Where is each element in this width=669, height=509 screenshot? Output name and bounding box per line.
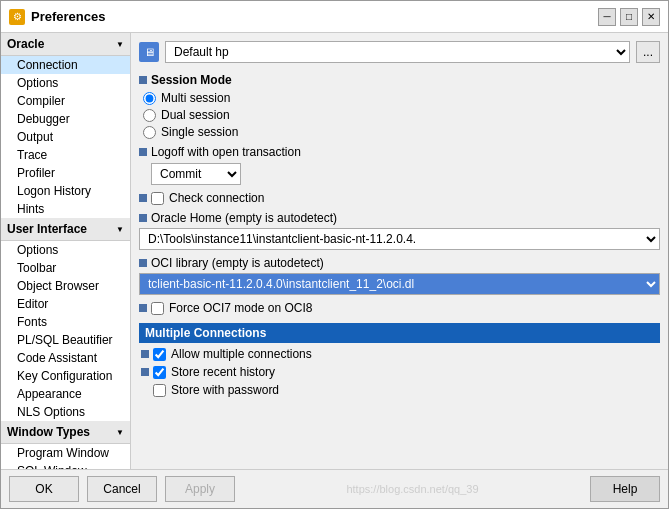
ok-button[interactable]: OK: [9, 476, 79, 502]
logoff-marker: [139, 148, 147, 156]
logoff-commit-select[interactable]: Commit Rollback Ask: [151, 163, 241, 185]
sidebar-section-window-types-arrow: ▼: [116, 428, 124, 437]
logoff-label: Logoff with open transaction: [151, 145, 301, 159]
store-history-marker: [141, 368, 149, 376]
oracle-home-select[interactable]: D:\Tools\instance11\instantclient-basic-…: [139, 228, 660, 250]
force-oci7-checkbox[interactable]: [151, 302, 164, 315]
oci-library-label: OCI library (empty is autodetect): [151, 256, 324, 270]
sidebar-item-options-ui[interactable]: Options: [1, 241, 130, 259]
minimize-button[interactable]: ─: [598, 8, 616, 26]
store-history-label[interactable]: Store recent history: [153, 365, 275, 379]
sidebar-item-debugger[interactable]: Debugger: [1, 110, 130, 128]
check-connection-checkbox[interactable]: [151, 192, 164, 205]
sidebar-section-oracle[interactable]: Oracle ▼: [1, 33, 130, 56]
sidebar-item-toolbar[interactable]: Toolbar: [1, 259, 130, 277]
store-history-text: Store recent history: [171, 365, 275, 379]
sidebar-section-ui[interactable]: User Interface ▼: [1, 218, 130, 241]
title-bar-left: ⚙ Preferences: [9, 9, 105, 25]
check-connection-text: Check connection: [169, 191, 264, 205]
help-button[interactable]: Help: [590, 476, 660, 502]
store-password-label[interactable]: Store with password: [153, 383, 279, 397]
watermark-text: https://blog.csdn.net/qq_39: [243, 483, 582, 495]
radio-dual-session[interactable]: Dual session: [143, 108, 660, 122]
sidebar-item-plsql-beautifier[interactable]: PL/SQL Beautifier: [1, 331, 130, 349]
sidebar-item-compiler[interactable]: Compiler: [1, 92, 130, 110]
session-mode-block: Session Mode Multi session Dual session …: [139, 73, 660, 139]
sidebar-item-object-browser[interactable]: Object Browser: [1, 277, 130, 295]
allow-connections-text: Allow multiple connections: [171, 347, 312, 361]
sidebar-item-program-window[interactable]: Program Window: [1, 444, 130, 462]
sidebar-item-logon-history[interactable]: Logon History: [1, 182, 130, 200]
store-password-text: Store with password: [171, 383, 279, 397]
content-area: Oracle ▼ Connection Options Compiler Deb…: [1, 33, 668, 469]
preferences-window: ⚙ Preferences ─ □ ✕ Oracle ▼ Connection …: [0, 0, 669, 509]
oci-library-marker: [139, 259, 147, 267]
check-connection-marker: [139, 194, 147, 202]
session-mode-options: Multi session Dual session Single sessio…: [139, 91, 660, 139]
multiple-connections-title: Multiple Connections: [139, 323, 660, 343]
force-oci7-text: Force OCI7 mode on OCI8: [169, 301, 312, 315]
maximize-button[interactable]: □: [620, 8, 638, 26]
sidebar-section-window-types-label: Window Types: [7, 425, 90, 439]
window-controls: ─ □ ✕: [598, 8, 660, 26]
allow-connections-checkbox[interactable]: [153, 348, 166, 361]
oracle-home-label: Oracle Home (empty is autodetect): [151, 211, 337, 225]
sidebar-item-profiler[interactable]: Profiler: [1, 164, 130, 182]
store-history-checkbox[interactable]: [153, 366, 166, 379]
sidebar-item-sql-window[interactable]: SQL Window: [1, 462, 130, 469]
sidebar-section-oracle-label: Oracle: [7, 37, 44, 51]
sidebar-item-appearance[interactable]: Appearance: [1, 385, 130, 403]
sidebar-item-trace[interactable]: Trace: [1, 146, 130, 164]
sidebar-item-output[interactable]: Output: [1, 128, 130, 146]
radio-single-session-input[interactable]: [143, 126, 156, 139]
sidebar-item-key-config[interactable]: Key Configuration: [1, 367, 130, 385]
allow-connections-label[interactable]: Allow multiple connections: [153, 347, 312, 361]
logoff-block: Logoff with open transaction Commit Roll…: [139, 145, 660, 185]
sidebar-item-nls-options[interactable]: NLS Options: [1, 403, 130, 421]
force-oci7-label[interactable]: Force OCI7 mode on OCI8: [151, 301, 312, 315]
radio-single-session[interactable]: Single session: [143, 125, 660, 139]
oci-library-block: OCI library (empty is autodetect) tclien…: [139, 256, 660, 295]
session-mode-title: Session Mode: [151, 73, 232, 87]
force-oci7-block: Force OCI7 mode on OCI8: [139, 301, 660, 315]
title-bar: ⚙ Preferences ─ □ ✕: [1, 1, 668, 33]
sidebar-item-fonts[interactable]: Fonts: [1, 313, 130, 331]
check-connection-label[interactable]: Check connection: [151, 191, 264, 205]
sidebar-section-ui-arrow: ▼: [116, 225, 124, 234]
check-connection-block: Check connection: [139, 191, 660, 205]
window-title: Preferences: [31, 9, 105, 24]
sidebar-item-code-assistant[interactable]: Code Assistant: [1, 349, 130, 367]
main-panel: 🖥 Default hp ... Session Mode Multi sess…: [131, 33, 668, 469]
sidebar-item-options-oracle[interactable]: Options: [1, 74, 130, 92]
radio-dual-session-label: Dual session: [161, 108, 230, 122]
profile-icon: 🖥: [139, 42, 159, 62]
radio-multi-session-label: Multi session: [161, 91, 230, 105]
allow-connections-marker: [141, 350, 149, 358]
sidebar-item-connection[interactable]: Connection: [1, 56, 130, 74]
oci-library-select[interactable]: tclient-basic-nt-11.2.0.4.0\instantclien…: [139, 273, 660, 295]
close-button[interactable]: ✕: [642, 8, 660, 26]
sidebar-item-editor[interactable]: Editor: [1, 295, 130, 313]
app-icon: ⚙: [9, 9, 25, 25]
force-oci7-marker: [139, 304, 147, 312]
sidebar-item-hints[interactable]: Hints: [1, 200, 130, 218]
sidebar-section-ui-label: User Interface: [7, 222, 87, 236]
store-password-checkbox[interactable]: [153, 384, 166, 397]
radio-multi-session-input[interactable]: [143, 92, 156, 105]
oracle-home-block: Oracle Home (empty is autodetect) D:\Too…: [139, 211, 660, 250]
apply-button[interactable]: Apply: [165, 476, 235, 502]
profile-more-button[interactable]: ...: [636, 41, 660, 63]
multiple-connections-block: Multiple Connections Allow multiple conn…: [139, 323, 660, 397]
session-mode-marker: [139, 76, 147, 84]
radio-single-session-label: Single session: [161, 125, 238, 139]
radio-dual-session-input[interactable]: [143, 109, 156, 122]
sidebar: Oracle ▼ Connection Options Compiler Deb…: [1, 33, 131, 469]
radio-multi-session[interactable]: Multi session: [143, 91, 660, 105]
bottom-bar: OK Cancel Apply https://blog.csdn.net/qq…: [1, 469, 668, 508]
sidebar-section-window-types[interactable]: Window Types ▼: [1, 421, 130, 444]
profile-select[interactable]: Default hp: [165, 41, 630, 63]
profile-bar: 🖥 Default hp ...: [139, 41, 660, 63]
oracle-home-marker: [139, 214, 147, 222]
sidebar-section-oracle-arrow: ▼: [116, 40, 124, 49]
cancel-button[interactable]: Cancel: [87, 476, 157, 502]
